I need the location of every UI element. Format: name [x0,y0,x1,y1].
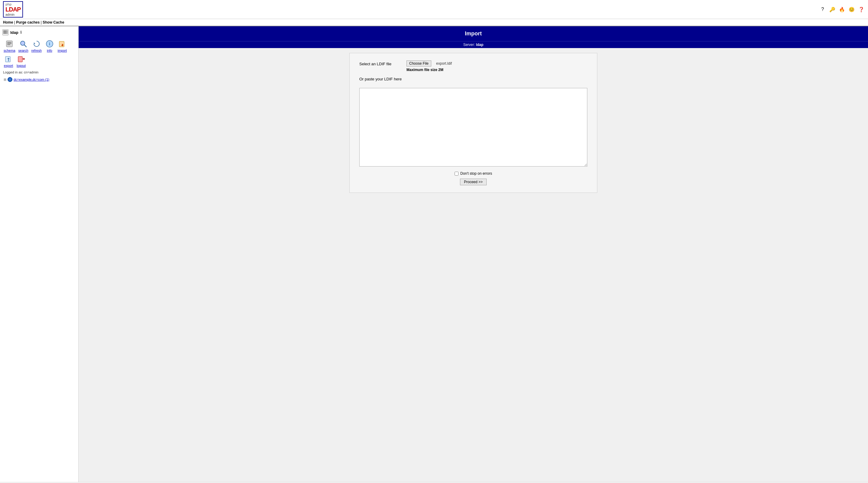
nav-home[interactable]: Home [3,20,13,25]
import-label: import [58,49,67,52]
import-server-label: Server: ldap [79,41,868,48]
logout-label: logout [17,64,26,67]
svg-text:i: i [49,41,50,46]
svg-point-3 [6,33,7,33]
smiley-icon[interactable]: 😊 [848,6,855,13]
sidebar-resize-handle[interactable] [76,26,78,482]
dont-stop-label: Don't stop on errors [460,171,492,175]
toolbar-export[interactable]: export [2,54,14,68]
server-name-value: ldap [476,43,484,47]
search-label: search [19,49,28,52]
question-icon[interactable]: ❓ [858,6,865,13]
svg-rect-13 [59,41,64,47]
nav-purge-caches[interactable]: Purge caches [16,20,40,25]
toolbar-import[interactable]: import [56,38,68,53]
top-icons: ? 🔑 🔥 😊 ❓ [819,6,865,13]
import-form: Select an LDIF file Choose File export.l… [349,53,597,193]
toolbar-logout[interactable]: logout [15,54,27,68]
tree: ⊞ dc=example,dc=com (1) [1,75,77,84]
svg-marker-10 [34,42,35,44]
server-header: ldap ℹ [1,28,77,37]
info-label: info [47,49,52,52]
main-layout: ldap ℹ schema [0,26,868,482]
nav-show-cache[interactable]: Show Cache [43,20,64,25]
select-ldif-label: Select an LDIF file [359,60,402,66]
toolbar-info[interactable]: i info [43,38,56,53]
sidebar: ldap ℹ schema [0,26,79,482]
file-control: Choose File export.ldif Maximum file siz… [406,60,587,72]
logo-ldap: LDAP [5,6,21,13]
paste-ldif-label: Or paste your LDIF here [359,77,402,81]
server-label-text: Server: [463,43,475,47]
ldif-file-row: Select an LDIF file Choose File export.l… [359,60,587,72]
ldif-textarea[interactable] [359,88,587,166]
choose-file-button[interactable]: Choose File [406,60,431,66]
file-name-display: export.ldif [436,61,452,66]
svg-rect-7 [7,44,10,45]
logo-box: php LDAP admin [3,1,23,18]
refresh-icon [32,39,41,49]
content-area: Import Server: ldap Select an LDIF file … [79,26,868,482]
logged-in-label: Logged in as: cn=admin [1,69,77,75]
app-logo: php LDAP admin [3,1,23,18]
fire-icon[interactable]: 🔥 [838,6,846,13]
import-icon [58,39,67,49]
svg-rect-5 [7,42,11,43]
paste-ldif-row: Or paste your LDIF here [359,77,587,166]
options-row: Don't stop on errors Proceed >> [359,171,587,185]
top-bar: php LDAP admin ? 🔑 🔥 😊 ❓ [0,0,868,19]
tree-root-item[interactable]: ⊞ dc=example,dc=com (1) [2,76,76,83]
import-title: Import [79,26,868,41]
dont-stop-row: Don't stop on errors [455,171,492,175]
svg-rect-6 [7,43,11,44]
svg-line-9 [24,45,26,47]
tree-expand-icon[interactable]: ⊞ [4,78,6,82]
dont-stop-checkbox[interactable] [455,172,459,175]
server-info-icon[interactable]: ℹ [20,30,22,34]
nav-bar: Home | Purge caches | Show Cache [0,19,868,26]
schema-icon [4,39,14,49]
tree-root-label[interactable]: dc=example,dc=com (1) [13,78,49,81]
logo-php: php [5,2,21,6]
svg-rect-20 [18,57,22,62]
export-icon [4,54,13,64]
search-icon [19,39,28,49]
server-name: ldap [10,30,19,35]
server-icon [2,29,8,35]
toolbar-schema[interactable]: schema [2,38,17,53]
max-file-size-label: Maximum file size 2M [406,68,587,72]
svg-point-2 [6,31,7,31]
schema-label: schema [4,49,16,52]
logout-icon [16,54,26,64]
proceed-button[interactable]: Proceed >> [460,179,487,185]
tree-globe-icon [7,77,12,82]
export-label: export [4,64,13,67]
help-icon[interactable]: ? [819,6,826,13]
toolbar-refresh[interactable]: refresh [30,38,43,53]
svg-rect-17 [5,57,10,62]
info-icon: i [45,39,55,49]
refresh-label: refresh [31,49,42,52]
svg-marker-22 [24,58,25,60]
key-icon[interactable]: 🔑 [829,6,836,13]
logo-admin: admin [5,13,21,16]
toolbar-search[interactable]: search [17,38,30,53]
toolbar: schema search refresh [1,37,77,69]
